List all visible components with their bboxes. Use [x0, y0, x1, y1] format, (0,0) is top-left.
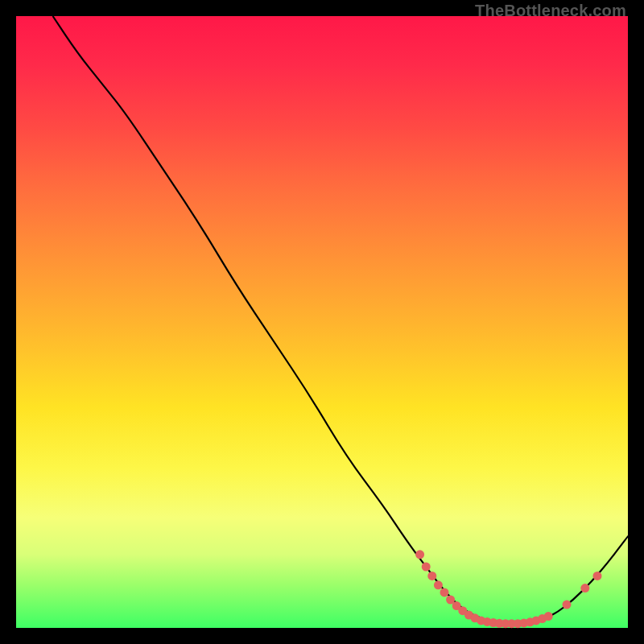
chart-frame: TheBottleneck.com: [0, 0, 644, 644]
chart-svg: [16, 16, 628, 628]
data-point: [440, 588, 449, 597]
plot-area: [16, 16, 628, 628]
data-point: [427, 572, 436, 580]
curve-line: [53, 16, 628, 623]
data-point: [580, 584, 589, 592]
data-point: [563, 601, 572, 609]
data-point: [434, 580, 443, 589]
data-point: [415, 550, 424, 559]
data-point: [422, 563, 431, 572]
marker-group: [415, 550, 601, 628]
data-point: [544, 612, 553, 621]
data-point: [593, 572, 602, 580]
